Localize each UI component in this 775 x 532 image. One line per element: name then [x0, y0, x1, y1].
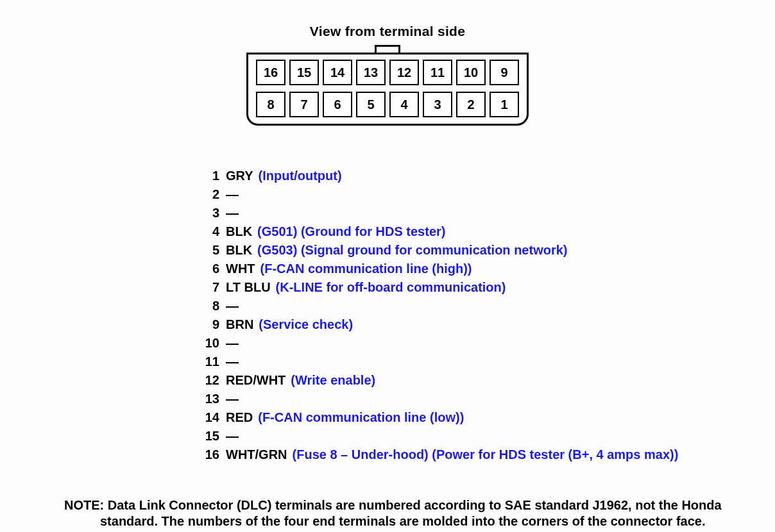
pin-number: 7 [198, 278, 219, 297]
diagram-title: View from terminal side [0, 24, 775, 39]
pin-cell: 10 [456, 60, 486, 85]
pin-color: RED [226, 408, 253, 427]
pin-number: 10 [198, 334, 219, 353]
connector-diagram: 16 15 14 13 12 11 10 9 8 7 6 5 4 3 2 [0, 45, 775, 126]
pin-empty-dash: — [226, 297, 239, 315]
pin-cell: 11 [423, 60, 452, 85]
pin-line: 4BLK(G501) (Ground for HDS tester) [198, 222, 730, 241]
pin-cell: 8 [256, 92, 285, 117]
pin-number: 14 [198, 408, 219, 427]
pin-cell: 13 [356, 60, 386, 85]
pin-description: (K-LINE for off-board communication) [276, 278, 506, 297]
pin-line: 8— [198, 297, 730, 315]
pin-line: 14RED(F-CAN communication line (low)) [198, 408, 730, 427]
pin-color: RED/WHT [226, 371, 285, 390]
pin-line: 9BRN(Service check) [198, 315, 730, 334]
pin-empty-dash: — [226, 390, 239, 408]
pin-empty-dash: — [226, 185, 239, 204]
pin-number: 2 [198, 185, 219, 204]
pin-legend: 1GRY(Input/output)2—3—4BLK(G501) (Ground… [198, 167, 730, 464]
pin-cell: 6 [323, 92, 352, 117]
pin-number: 8 [198, 297, 219, 315]
pin-description: (Service check) [259, 315, 353, 334]
pin-line: 16WHT/GRN(Fuse 8 – Under-hood) (Power fo… [198, 445, 730, 464]
pin-number: 3 [198, 204, 219, 222]
page: View from terminal side 16 15 14 13 12 1… [0, 0, 775, 532]
pin-line: 11— [198, 353, 730, 371]
pin-line: 6WHT(F-CAN communication line (high)) [198, 260, 730, 278]
connector-row-top: 16 15 14 13 12 11 10 9 [253, 60, 522, 85]
pin-description: (F-CAN communication line (low)) [258, 408, 464, 427]
footnote: NOTE: Data Link Connector (DLC) terminal… [64, 497, 737, 529]
pin-description: (G503) (Signal ground for communication … [257, 241, 567, 260]
pin-line: 15— [198, 427, 730, 445]
pin-number: 11 [198, 353, 219, 371]
pin-empty-dash: — [226, 427, 239, 445]
pin-description: (Write enable) [291, 371, 375, 390]
pin-empty-dash: — [226, 353, 239, 371]
pin-cell: 15 [289, 60, 319, 85]
pin-line: 7LT BLU(K-LINE for off-board communicati… [198, 278, 730, 297]
pin-cell: 9 [490, 60, 519, 85]
pin-color: GRY [226, 167, 253, 185]
pin-color: BLK [226, 241, 252, 260]
pin-line: 1GRY(Input/output) [198, 167, 730, 185]
pin-line: 5BLK(G503) (Signal ground for communicat… [198, 241, 730, 260]
pin-line: 10— [198, 334, 730, 353]
pin-cell: 12 [389, 60, 419, 85]
connector-shell: 16 15 14 13 12 11 10 9 8 7 6 5 4 3 2 [246, 53, 529, 126]
pin-cell: 2 [456, 92, 486, 117]
pin-number: 16 [198, 445, 219, 464]
pin-number: 5 [198, 241, 219, 260]
pin-number: 15 [198, 427, 219, 445]
pin-number: 6 [198, 260, 219, 278]
pin-number: 1 [198, 167, 219, 185]
pin-cell: 14 [323, 60, 352, 85]
pin-color: BRN [226, 315, 253, 334]
pin-description: (Fuse 8 – Under-hood) (Power for HDS tes… [293, 445, 679, 464]
pin-empty-dash: — [226, 204, 239, 222]
pin-line: 2— [198, 185, 730, 204]
pin-number: 12 [198, 371, 219, 390]
pin-cell: 1 [490, 92, 519, 117]
pin-description: (G501) (Ground for HDS tester) [257, 222, 445, 241]
connector-notch [375, 45, 400, 53]
pin-number: 4 [198, 222, 219, 241]
pin-color: WHT [226, 260, 255, 278]
pin-number: 9 [198, 315, 219, 334]
pin-description: (F-CAN communication line (high)) [260, 260, 472, 278]
pin-color: LT BLU [226, 278, 271, 297]
pin-cell: 3 [423, 92, 452, 117]
pin-cell: 5 [356, 92, 386, 117]
pin-cell: 16 [256, 60, 285, 85]
pin-line: 3— [198, 204, 730, 222]
connector-row-bottom: 8 7 6 5 4 3 2 1 [253, 92, 522, 117]
pin-line: 13— [198, 390, 730, 408]
pin-color: WHT/GRN [226, 445, 287, 464]
pin-line: 12RED/WHT(Write enable) [198, 371, 730, 390]
pin-description: (Input/output) [259, 167, 342, 185]
pin-number: 13 [198, 390, 219, 408]
pin-empty-dash: — [226, 334, 239, 353]
pin-cell: 4 [389, 92, 419, 117]
pin-color: BLK [226, 222, 252, 241]
pin-cell: 7 [289, 92, 319, 117]
